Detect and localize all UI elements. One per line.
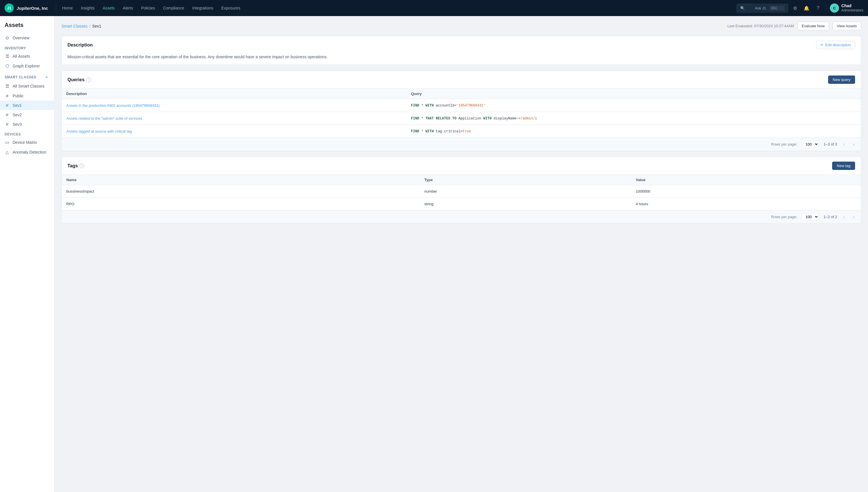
sidebar-item-sev3[interactable]: # Sev3 — [0, 119, 54, 129]
edit-icon: ✏ — [820, 43, 823, 47]
queries-pagination: Rows per page: 100 1–3 of 3 ‹ › — [62, 138, 861, 151]
sidebar-item-label: Device Matrix — [13, 140, 37, 145]
sidebar-item-all-assets[interactable]: ☰ All Assets — [0, 51, 54, 61]
tags-info-icon[interactable]: i — [79, 164, 84, 168]
sidebar-item-label: Public — [13, 94, 24, 98]
sidebar-item-device-matrix[interactable]: ▭ Device Matrix — [0, 138, 54, 147]
table-row: bussinessImpactnumber1000000 — [62, 185, 861, 198]
sidebar-item-public[interactable]: # Public — [0, 91, 54, 100]
nav-exposures[interactable]: Exposures — [218, 4, 244, 12]
help-icon[interactable]: ? — [814, 3, 823, 13]
all-assets-icon: ☰ — [5, 54, 10, 59]
table-row: Assets in the production AWS accounts (1… — [62, 99, 861, 112]
breadcrumb: Smart Classes / Sev1 — [61, 24, 101, 28]
logo-area[interactable]: J1 JupiterOne, Inc — [5, 3, 48, 13]
tag-type-cell: number — [420, 185, 631, 198]
query-description-link[interactable]: Assets in the production AWS accounts (1… — [66, 103, 159, 108]
tags-next-page-button[interactable]: › — [851, 214, 856, 220]
add-smart-class-button[interactable]: + — [44, 74, 50, 80]
nav-links: Home Insights Assets Alerts Policies Com… — [58, 4, 737, 12]
nav-compliance[interactable]: Compliance — [159, 4, 188, 12]
queries-title: Queries — [68, 77, 85, 82]
tags-rows-per-page-select[interactable]: 100 — [802, 213, 819, 220]
search-shortcut: ⌘K — [770, 6, 785, 10]
query-description-cell: Assets tagged at source with critical ta… — [62, 125, 406, 138]
tags-col-value: Value — [631, 175, 861, 185]
new-tag-button[interactable]: New tag — [832, 162, 855, 170]
queries-info-icon[interactable]: i — [86, 77, 91, 82]
app-title: JupiterOne, Inc — [17, 6, 48, 10]
search-box[interactable]: 🔍 Ask J1 ⌘K — [737, 4, 788, 13]
queries-pagination-info: 1–3 of 3 — [823, 142, 837, 146]
description-title: Description — [68, 43, 93, 48]
sev3-icon: # — [5, 122, 10, 127]
queries-rows-per-page-label: Rows per page: — [771, 142, 797, 146]
breadcrumb-separator: / — [89, 24, 91, 28]
main-content: Smart Classes / Sev1 Last Evaluated: 07/… — [54, 16, 868, 492]
sidebar-item-label: Sev3 — [13, 122, 22, 127]
page-header: Smart Classes / Sev1 Last Evaluated: 07/… — [61, 22, 861, 30]
nav-home[interactable]: Home — [58, 4, 76, 12]
queries-table-header-row: Description Query — [62, 89, 861, 99]
queries-col-description: Description — [62, 89, 406, 99]
user-avatar[interactable]: C — [830, 3, 839, 13]
queries-card: Queries i New query Description Query As… — [61, 71, 861, 151]
user-role: Administrators — [841, 8, 863, 13]
tag-value-cell: 1000000 — [631, 185, 861, 198]
sidebar-item-graph-explorer[interactable]: ⬡ Graph Explorer — [0, 61, 54, 71]
sidebar-item-all-smart-classes[interactable]: ☰ All Smart Classes — [0, 81, 54, 91]
nav-policies[interactable]: Policies — [138, 4, 158, 12]
device-matrix-icon: ▭ — [5, 140, 10, 145]
tags-table-header-row: Name Type Value — [62, 175, 861, 185]
query-description-cell: Assets related to the *admin* suite of s… — [62, 112, 406, 125]
tags-pagination: Rows per page: 100 1–2 of 2 ‹ › — [62, 210, 861, 223]
sidebar-item-anomaly-detection[interactable]: △ Anomaly Detection — [0, 147, 54, 157]
sidebar-item-label: Sev2 — [13, 113, 22, 117]
settings-icon[interactable]: ⚙ — [791, 3, 800, 13]
top-navigation: J1 JupiterOne, Inc Home Insights Assets … — [0, 0, 868, 16]
query-description-link[interactable]: Assets related to the *admin* suite of s… — [66, 116, 142, 121]
nav-integrations[interactable]: Integrations — [189, 4, 217, 12]
search-placeholder: Ask J1 — [755, 6, 767, 10]
new-query-button[interactable]: New query — [828, 75, 855, 84]
sev2-icon: # — [5, 112, 10, 117]
queries-prev-page-button[interactable]: ‹ — [842, 141, 846, 148]
notification-icon[interactable]: 🔔 — [802, 3, 811, 13]
sidebar-item-label: Graph Explorer — [13, 64, 40, 68]
queries-table: Description Query Assets in the producti… — [62, 89, 861, 138]
overview-icon: ⊙ — [5, 35, 10, 41]
query-description-link[interactable]: Assets tagged at source with critical ta… — [66, 129, 132, 133]
table-row: Assets related to the *admin* suite of s… — [62, 112, 861, 125]
tags-card: Tags i New tag Name Type Value bussiness… — [61, 157, 861, 224]
tags-prev-page-button[interactable]: ‹ — [842, 214, 846, 220]
queries-next-page-button[interactable]: › — [851, 141, 856, 148]
logo-icon: J1 — [5, 3, 14, 13]
nav-alerts[interactable]: Alerts — [119, 4, 137, 12]
sidebar-section-smart-classes: Smart Classes + — [0, 71, 54, 81]
evaluate-now-button[interactable]: Evaluate Now — [797, 22, 829, 30]
sidebar-item-sev2[interactable]: # Sev2 — [0, 110, 54, 119]
breadcrumb-parent[interactable]: Smart Classes — [61, 24, 88, 28]
anomaly-detection-icon: △ — [5, 150, 10, 155]
tags-rows-per-page-label: Rows per page: — [771, 215, 797, 219]
sidebar-section-inventory: Inventory — [0, 43, 54, 51]
tag-type-cell: string — [420, 198, 631, 211]
edit-description-button[interactable]: ✏ Edit description — [816, 41, 855, 49]
nav-assets[interactable]: Assets — [99, 4, 118, 12]
sidebar-section-devices: Devices — [0, 129, 54, 138]
query-code-cell: FIND * WITH accountId='195479668431' — [406, 99, 861, 112]
sidebar-item-sev1[interactable]: # Sev1 — [0, 100, 54, 110]
graph-explorer-icon: ⬡ — [5, 64, 10, 69]
queries-rows-per-page-select[interactable]: 100 — [802, 141, 819, 148]
sidebar: Assets ⊙ Overview Inventory ☰ All Assets… — [0, 16, 54, 492]
query-code-cell: FIND * WITH tag.critical=true — [406, 125, 861, 138]
sidebar-item-label: All Smart Classes — [13, 84, 44, 89]
description-header-row: Description ✏ Edit description — [62, 36, 861, 54]
sidebar-item-overview[interactable]: ⊙ Overview — [0, 33, 54, 43]
view-assets-button[interactable]: View Assets — [833, 22, 861, 30]
nav-insights[interactable]: Insights — [77, 4, 98, 12]
nav-divider-2 — [826, 3, 826, 13]
tags-title-area: Tags i — [68, 163, 84, 169]
sidebar-page-title: Assets — [0, 22, 54, 33]
sidebar-item-label: Anomaly Detection — [13, 150, 47, 154]
